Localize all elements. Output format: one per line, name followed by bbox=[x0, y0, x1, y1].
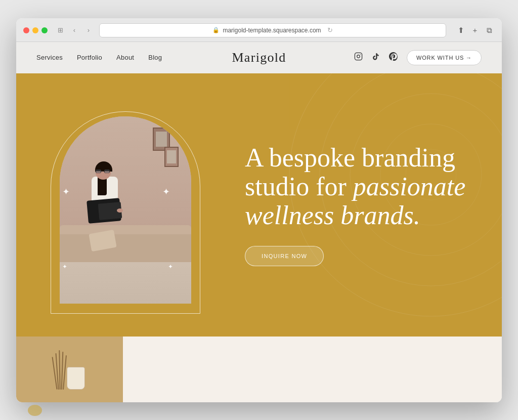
sparkle-top-left: ✦ bbox=[62, 187, 70, 196]
forward-button[interactable]: › bbox=[83, 25, 94, 36]
browser-actions: ⬆ + ⧉ bbox=[455, 25, 495, 36]
svg-point-2 bbox=[360, 54, 361, 55]
work-with-us-button[interactable]: WORK WITH US → bbox=[407, 50, 482, 65]
new-tab-button[interactable]: + bbox=[469, 25, 481, 36]
below-fold-left-panel bbox=[16, 337, 123, 402]
arch-container: ✦ ✦ ✦ ✦ bbox=[60, 116, 191, 304]
browser-window: ⊞ ‹ › 🔒 marigold-template.squarespace.co… bbox=[16, 18, 502, 402]
refresh-icon: ↻ bbox=[327, 26, 333, 34]
browser-chrome: ⊞ ‹ › 🔒 marigold-template.squarespace.co… bbox=[16, 18, 502, 42]
diffuser-bottle bbox=[67, 367, 85, 390]
url-text: marigold-template.squarespace.com bbox=[223, 27, 321, 34]
pinterest-icon[interactable] bbox=[389, 52, 398, 63]
svg-point-5 bbox=[350, 94, 502, 256]
tab-overview-button[interactable]: ⧉ bbox=[484, 25, 495, 36]
navigation: Services Portfolio About Blog Marigold bbox=[16, 42, 502, 73]
sidebar-toggle-button[interactable]: ⊞ bbox=[55, 25, 66, 36]
traffic-lights bbox=[23, 27, 48, 33]
maximize-button[interactable] bbox=[41, 27, 48, 33]
sparkle-bottom-left: ✦ bbox=[62, 264, 67, 270]
sparkle-bottom-right: ✦ bbox=[168, 264, 173, 270]
address-bar[interactable]: 🔒 marigold-template.squarespace.com ↻ bbox=[99, 23, 446, 37]
back-button[interactable]: ‹ bbox=[69, 25, 80, 36]
svg-point-1 bbox=[357, 55, 360, 58]
reed-diffuser bbox=[54, 347, 85, 392]
site-logo[interactable]: Marigold bbox=[232, 50, 286, 65]
svg-rect-0 bbox=[355, 53, 362, 60]
hero-left: ✦ ✦ ✦ ✦ bbox=[16, 73, 235, 337]
below-fold-right-panel bbox=[123, 337, 502, 402]
nav-blog[interactable]: Blog bbox=[148, 54, 162, 61]
svg-point-3 bbox=[289, 73, 502, 316]
nav-services[interactable]: Services bbox=[36, 54, 63, 61]
nav-about[interactable]: About bbox=[116, 54, 134, 61]
share-button[interactable]: ⬆ bbox=[455, 25, 466, 36]
decorative-circles bbox=[239, 73, 502, 337]
lock-icon: 🔒 bbox=[212, 27, 220, 33]
website-content: Services Portfolio About Blog Marigold bbox=[16, 42, 502, 402]
wall-art-2 bbox=[164, 147, 179, 167]
svg-point-7 bbox=[406, 149, 456, 200]
svg-point-4 bbox=[320, 73, 502, 286]
nav-left: Services Portfolio About Blog bbox=[36, 54, 162, 61]
sparkle-top-right: ✦ bbox=[162, 187, 170, 196]
nav-portfolio[interactable]: Portfolio bbox=[77, 54, 102, 61]
person-figure bbox=[72, 161, 143, 247]
below-fold-section bbox=[16, 337, 502, 402]
browser-controls: ⊞ ‹ › bbox=[55, 25, 94, 36]
instagram-icon[interactable] bbox=[354, 52, 363, 63]
svg-point-6 bbox=[380, 124, 482, 225]
arch-photo bbox=[60, 116, 191, 304]
nav-right: WORK WITH US → bbox=[354, 50, 482, 65]
close-button[interactable] bbox=[23, 27, 29, 33]
tiktok-icon[interactable] bbox=[372, 53, 380, 63]
minimize-button[interactable] bbox=[32, 27, 38, 33]
hero-section: ✦ ✦ ✦ ✦ A bespoke branding studio for pa… bbox=[16, 73, 502, 337]
